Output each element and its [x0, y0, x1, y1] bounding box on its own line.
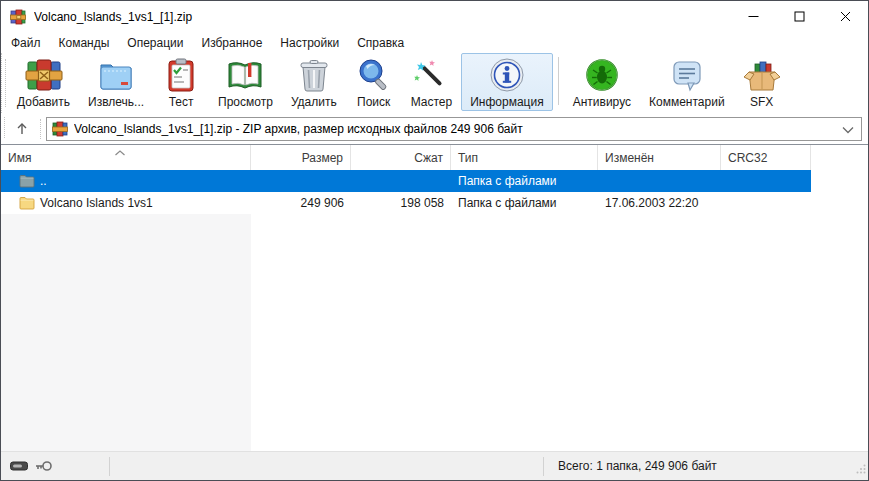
- view-button[interactable]: Просмотр: [209, 53, 282, 111]
- row-crc32: [721, 192, 811, 214]
- comment-bubble-icon: [668, 56, 706, 94]
- row-name: Volcano Islands 1vs1: [40, 196, 153, 210]
- menu-favorites[interactable]: Избранное: [193, 34, 272, 52]
- resize-grip-icon[interactable]: [856, 460, 866, 478]
- menu-bar: Файл Команды Операции Избранное Настройк…: [1, 32, 868, 53]
- row-crc32: [721, 170, 811, 192]
- view-book-icon: [226, 56, 264, 94]
- test-button-label: Тест: [169, 95, 194, 109]
- window-controls: [730, 1, 868, 32]
- view-button-label: Просмотр: [218, 95, 273, 109]
- status-bar: Всего: 1 папка, 249 906 байт: [1, 451, 868, 480]
- wizard-wand-icon: [412, 56, 450, 94]
- list-header: Имя Размер Сжат Тип Изменён CRC32: [1, 145, 811, 170]
- winrar-archive-icon: [52, 121, 68, 137]
- address-band: Volcano_Islands_1vs1_[1].zip - ZIP архив…: [1, 113, 868, 144]
- extract-button-label: Извлечь...: [88, 95, 144, 109]
- wizard-button[interactable]: Мастер: [402, 53, 462, 111]
- row-size: 249 906: [251, 192, 351, 214]
- search-button[interactable]: Поиск: [346, 53, 402, 111]
- test-button[interactable]: Тест: [153, 53, 209, 111]
- minimize-button[interactable]: [730, 1, 776, 32]
- key-icon[interactable]: [35, 460, 52, 472]
- column-header-name[interactable]: Имя: [1, 145, 251, 170]
- menu-options[interactable]: Настройки: [271, 34, 348, 52]
- window-title: Volcano_Islands_1vs1_[1].zip: [34, 10, 730, 24]
- folder-up-icon: [19, 173, 35, 189]
- column-header-crc32[interactable]: CRC32: [721, 145, 811, 170]
- menu-commands[interactable]: Команды: [50, 34, 119, 52]
- toolbar-separator: [558, 57, 559, 105]
- menu-file[interactable]: Файл: [1, 34, 50, 52]
- disk-icon[interactable]: [10, 460, 28, 472]
- delete-button[interactable]: Удалить: [282, 53, 346, 111]
- title-bar: Volcano_Islands_1vs1_[1].zip: [1, 1, 868, 32]
- column-header-modified[interactable]: Изменён: [598, 145, 721, 170]
- antivirus-bug-icon: [583, 56, 621, 94]
- table-row-folder[interactable]: Volcano Islands 1vs1 249 906 198 058 Пап…: [1, 192, 811, 214]
- statusbar-icons: [1, 460, 109, 472]
- add-archive-icon: [25, 56, 63, 94]
- winrar-archive-icon: [10, 9, 26, 25]
- table-row-parent-dir[interactable]: .. Папка с файлами: [1, 170, 811, 192]
- column-header-size[interactable]: Размер: [251, 145, 351, 170]
- list-empty-area: [1, 214, 868, 451]
- extract-button[interactable]: Извлечь...: [79, 53, 153, 111]
- comment-button-label: Комментарий: [649, 95, 725, 109]
- archive-path-text: Volcano_Islands_1vs1_[1].zip - ZIP архив…: [74, 122, 839, 136]
- row-name: ..: [40, 174, 47, 188]
- close-button[interactable]: [822, 1, 868, 32]
- antivirus-button-label: Антивирус: [573, 95, 631, 109]
- file-list: Имя Размер Сжат Тип Изменён CRC32 ..: [1, 144, 868, 451]
- sfx-button[interactable]: SFX: [734, 53, 790, 111]
- menu-operations[interactable]: Операции: [118, 34, 192, 52]
- search-magnifier-icon: [355, 56, 393, 94]
- search-button-label: Поиск: [357, 95, 390, 109]
- column-header-type[interactable]: Тип: [451, 145, 598, 170]
- row-packed: 198 058: [351, 192, 451, 214]
- wizard-button-label: Мастер: [411, 95, 453, 109]
- sfx-button-label: SFX: [750, 95, 773, 109]
- extract-folder-icon: [97, 56, 135, 94]
- row-packed: [351, 170, 451, 192]
- add-button-label: Добавить: [17, 95, 70, 109]
- row-type: Папка с файлами: [451, 192, 598, 214]
- maximize-button[interactable]: [776, 1, 822, 32]
- folder-icon: [19, 195, 35, 211]
- delete-button-label: Удалить: [291, 95, 337, 109]
- test-clipboard-icon: [162, 56, 200, 94]
- arrow-up-icon: [15, 122, 29, 136]
- band-gripper: [40, 119, 41, 139]
- statusbar-separator: [109, 457, 110, 476]
- column-header-packed[interactable]: Сжат: [351, 145, 451, 170]
- row-size: [251, 170, 351, 192]
- menu-help[interactable]: Справка: [348, 34, 413, 52]
- winrar-window: Volcano_Islands_1vs1_[1].zip Файл Команд…: [0, 0, 869, 481]
- row-type: Папка с файлами: [451, 170, 598, 192]
- statusbar-totals: Всего: 1 папка, 249 906 байт: [544, 459, 717, 473]
- info-circle-icon: [488, 56, 526, 94]
- comment-button[interactable]: Комментарий: [640, 53, 734, 111]
- toolbar: Добавить Извлечь...: [1, 53, 868, 113]
- sfx-box-icon: [743, 56, 781, 94]
- archive-path-combobox[interactable]: Volcano_Islands_1vs1_[1].zip - ZIP архив…: [46, 117, 862, 141]
- info-button[interactable]: Информация: [461, 53, 552, 111]
- antivirus-button[interactable]: Антивирус: [564, 53, 640, 111]
- add-button[interactable]: Добавить: [8, 53, 79, 111]
- sort-ascending-icon: [114, 145, 126, 159]
- info-button-label: Информация: [470, 95, 543, 109]
- delete-trash-icon: [295, 56, 333, 94]
- row-modified: [598, 170, 721, 192]
- up-directory-button[interactable]: [7, 117, 37, 141]
- row-modified: 17.06.2003 22:20: [598, 192, 721, 214]
- sorted-column-shade: [1, 214, 251, 451]
- chevron-down-icon[interactable]: [839, 120, 857, 138]
